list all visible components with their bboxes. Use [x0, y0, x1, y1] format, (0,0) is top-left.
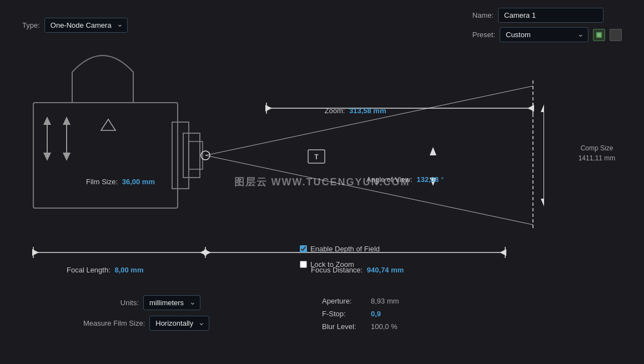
measure-dropdown-wrapper: Horizontally: [149, 316, 209, 331]
preset-icon-gray[interactable]: [610, 29, 622, 41]
blur-row: Blur Level: 100,0 %: [322, 322, 399, 331]
zoom-label-container: Zoom: 313,58 mm: [325, 107, 386, 115]
svg-marker-24: [500, 249, 506, 256]
svg-rect-10: [183, 133, 200, 178]
film-size-value: 36,00 mm: [122, 178, 155, 186]
fstop-label: F-Stop:: [322, 310, 366, 318]
film-size-container: Film Size: 36,00 mm: [86, 178, 155, 186]
measure-label: Measure Film Size:: [83, 319, 145, 327]
dof-params: Aperture: 8,93 mm F-Stop: 0,9 Blur Level…: [322, 297, 399, 331]
svg-marker-16: [265, 105, 272, 112]
angle-unit: °: [441, 175, 444, 184]
focal-length-container: Focal Length: 8,00 mm: [67, 266, 143, 274]
comp-size-value: 1411,11 mm: [561, 154, 633, 162]
svg-rect-2: [33, 103, 178, 208]
aperture-row: Aperture: 8,93 mm: [322, 297, 399, 305]
units-label: Units:: [83, 299, 139, 307]
top-bar: Type: One-Node Camera Name: Preset: Cust…: [0, 0, 644, 50]
preset-label: Preset:: [472, 31, 495, 39]
lock-zoom-row: Lock to Zoom: [300, 260, 354, 269]
comp-size-panel: Comp Size 1411,11 mm: [561, 144, 633, 162]
type-label: Type:: [22, 21, 40, 29]
angle-arrow-up: [430, 147, 436, 155]
zoom-value: 313,58 mm: [349, 107, 386, 115]
svg-marker-8: [63, 153, 71, 161]
preset-green-icon: [595, 31, 603, 39]
enable-dof-checkbox[interactable]: [300, 245, 307, 252]
fstop-row: F-Stop: 0,9: [322, 310, 399, 318]
svg-marker-7: [63, 117, 71, 125]
measure-row: Measure Film Size: Horizontally: [83, 316, 209, 331]
blur-value: 100,0 %: [371, 322, 398, 331]
preset-dropdown-wrapper: Custom: [500, 27, 588, 42]
angle-container: Angle of View: 132,08 °: [366, 175, 444, 184]
svg-marker-4: [43, 117, 51, 125]
dof-section: Enable Depth of Field: [300, 245, 380, 253]
units-row: Units: millimeters: [83, 295, 209, 310]
svg-marker-23: [204, 249, 211, 256]
svg-marker-20: [32, 249, 39, 256]
blur-label: Blur Level:: [322, 322, 366, 331]
units-section: Units: millimeters Measure Film Size: Ho…: [83, 295, 209, 331]
name-field: Name:: [472, 8, 622, 23]
svg-marker-26: [541, 199, 544, 206]
film-size-label: Film Size:: [86, 178, 118, 186]
fov-ray-bottom: [205, 155, 533, 225]
svg-rect-9: [172, 122, 189, 189]
aperture-label: Aperture:: [322, 297, 366, 305]
svg-rect-1: [597, 33, 601, 37]
preset-dropdown[interactable]: Custom: [500, 27, 588, 42]
lock-zoom-label: Lock to Zoom: [310, 260, 354, 269]
lock-zoom-checkbox[interactable]: [300, 261, 307, 268]
name-label: Name:: [472, 11, 494, 19]
enable-dof-row: Enable Depth of Field: [300, 245, 380, 253]
name-input[interactable]: [498, 8, 603, 23]
focal-value: 8,00 mm: [114, 266, 143, 274]
right-fields: Name: Preset: Custom: [472, 8, 622, 42]
focal-label: Focal Length:: [67, 266, 110, 274]
svg-marker-12: [101, 119, 115, 130]
svg-marker-25: [541, 104, 544, 112]
fstop-value: 0,9: [371, 310, 381, 318]
preset-row: Preset: Custom: [472, 27, 622, 42]
enable-dof-label: Enable Depth of Field: [310, 245, 380, 253]
comp-size-label: Comp Size: [561, 144, 633, 152]
focus-dist-value: 940,74 mm: [367, 266, 404, 274]
units-dropdown[interactable]: millimeters: [143, 295, 200, 310]
measure-dropdown[interactable]: Horizontally: [149, 316, 209, 331]
svg-marker-5: [43, 153, 51, 161]
lock-zoom-section: Lock to Zoom: [300, 260, 354, 269]
angle-label: Angle of View:: [366, 175, 412, 184]
zoom-label: Zoom:: [325, 107, 345, 115]
aperture-value: 8,93 mm: [371, 297, 399, 305]
type-dropdown[interactable]: One-Node Camera: [44, 18, 128, 33]
type-field: Type: One-Node Camera: [22, 18, 128, 33]
units-dropdown-wrapper: millimeters: [143, 295, 200, 310]
svg-text:T: T: [314, 153, 319, 161]
angle-value: 132,08: [417, 175, 439, 184]
type-dropdown-wrapper: One-Node Camera: [44, 18, 128, 33]
preset-icon-green[interactable]: [593, 29, 605, 41]
fov-ray-top: [205, 86, 533, 155]
